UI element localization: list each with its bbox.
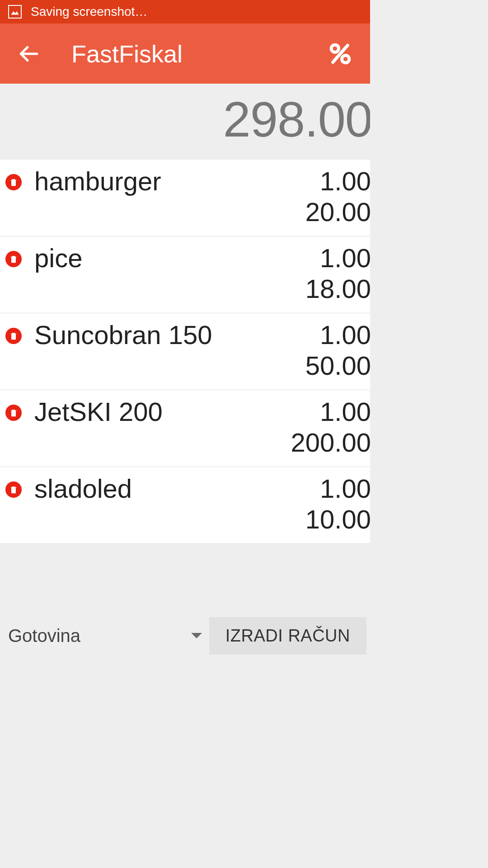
total-amount: 298.00	[0, 94, 370, 144]
item-name: JetSKI 200	[34, 397, 291, 426]
list-item[interactable]: JetSKI 200 1.00 200.00	[0, 390, 370, 467]
delete-icon[interactable]	[5, 174, 22, 190]
item-qty: 1.00	[305, 474, 370, 503]
item-price: 50.00	[305, 350, 370, 381]
list-item[interactable]: pice 1.00 18.00	[0, 236, 370, 313]
item-price: 10.00	[305, 504, 370, 534]
delete-icon[interactable]	[5, 251, 22, 267]
item-values: 1.00 20.00	[305, 167, 370, 227]
dropdown-caret-icon	[191, 633, 202, 638]
item-name: hamburger	[34, 167, 305, 196]
item-name: Suncobran 150	[34, 321, 305, 349]
delete-icon[interactable]	[5, 405, 22, 421]
svg-point-1	[331, 45, 338, 52]
image-icon	[8, 5, 22, 19]
item-name: pice	[34, 244, 305, 273]
create-invoice-button[interactable]: IZRADI RAČUN	[209, 617, 366, 655]
back-button[interactable]	[17, 42, 40, 65]
item-values: 1.00 200.00	[291, 397, 370, 458]
item-values: 1.00 18.00	[305, 244, 370, 304]
app-bar: FastFiskal	[0, 24, 370, 84]
bottom-bar: Gotovina IZRADI RAČUN	[0, 616, 370, 656]
svg-point-2	[342, 55, 349, 62]
status-bar: Saving screenshot…	[0, 0, 370, 24]
item-price: 200.00	[291, 427, 370, 458]
item-name: sladoled	[34, 474, 305, 503]
item-qty: 1.00	[305, 321, 370, 349]
payment-method-label: Gotovina	[8, 626, 191, 646]
status-text: Saving screenshot…	[31, 5, 147, 19]
total-display: 298.00	[0, 84, 370, 160]
delete-icon[interactable]	[5, 328, 22, 344]
percent-icon[interactable]	[328, 41, 353, 66]
item-price: 20.00	[305, 197, 370, 227]
payment-method-select[interactable]: Gotovina	[8, 626, 209, 646]
delete-icon[interactable]	[5, 481, 22, 498]
item-values: 1.00 10.00	[305, 474, 370, 534]
item-price: 18.00	[305, 274, 370, 304]
svg-line-3	[333, 45, 348, 62]
item-qty: 1.00	[291, 397, 370, 426]
app-title: FastFiskal	[71, 40, 328, 68]
item-qty: 1.00	[305, 244, 370, 273]
list-item[interactable]: sladoled 1.00 10.00	[0, 467, 370, 544]
list-item[interactable]: hamburger 1.00 20.00	[0, 160, 370, 236]
item-qty: 1.00	[305, 167, 370, 196]
list-item[interactable]: Suncobran 150 1.00 50.00	[0, 313, 370, 390]
item-values: 1.00 50.00	[305, 321, 370, 381]
items-list: hamburger 1.00 20.00 pice 1.00 18.00 Sun…	[0, 160, 370, 544]
